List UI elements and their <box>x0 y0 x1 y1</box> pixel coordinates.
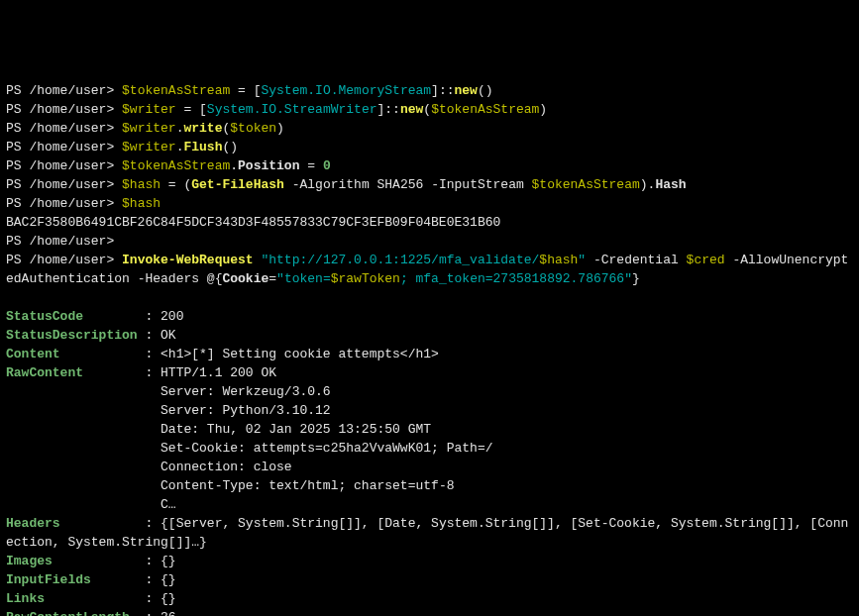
text: : <box>60 347 161 361</box>
method: new <box>455 83 478 98</box>
text: : <box>83 309 161 324</box>
output-value: {} <box>161 591 176 606</box>
variable: $writer <box>122 102 176 117</box>
text <box>6 384 161 399</box>
parameter: -Headers <box>130 271 199 286</box>
string: "http://127.0.0.1:1225/mfa_validate/ <box>261 253 539 267</box>
method: write <box>183 121 222 136</box>
text <box>6 441 161 456</box>
prompt: PS /home/user> <box>6 121 122 136</box>
variable: $tokenAsStream <box>524 177 640 192</box>
output-value: Content-Type: text/html; charset=utf-8 <box>161 478 454 493</box>
output-value: {} <box>161 572 176 587</box>
prompt: PS /home/user> <box>6 140 122 154</box>
variable: $tokenAsStream <box>122 83 230 98</box>
output-value: Server: Werkzeug/3.0.6 <box>161 384 331 399</box>
output-label: RawContent <box>6 365 83 380</box>
string: " <box>578 253 586 267</box>
variable: $tokenAsStream <box>431 102 539 117</box>
text: : <box>83 365 161 380</box>
cmdlet: Get-FileHash <box>191 177 284 192</box>
parameter: -Algorithm <box>284 177 370 192</box>
text: ) <box>539 102 547 117</box>
text: ( <box>423 102 431 117</box>
output-value: Date: Thu, 02 Jan 2025 13:25:50 GMT <box>161 422 431 437</box>
text: } <box>632 271 640 286</box>
text: ]:: <box>431 83 454 98</box>
text: () <box>478 83 493 98</box>
output-value: Connection: close <box>161 460 292 474</box>
output-value: OK <box>161 328 176 343</box>
prompt: PS /home/user> <box>6 253 122 267</box>
output-label: Links <box>6 591 45 606</box>
variable: $hash <box>122 196 161 211</box>
prompt: PS /home/user> <box>6 83 122 98</box>
variable: $writer <box>122 140 176 154</box>
key: Cookie <box>222 271 268 286</box>
text: SHA256 <box>370 177 424 192</box>
text: ) <box>276 121 284 136</box>
output-label: StatusDescription <box>6 328 138 343</box>
output-value: Server: Python/3.10.12 <box>161 403 331 418</box>
variable: $tokenAsStream <box>122 158 230 173</box>
cmdlet: Invoke-WebRequest <box>122 253 254 267</box>
variable: $writer <box>122 121 176 136</box>
prompt: PS /home/user> <box>6 102 122 117</box>
variable: $token <box>230 121 276 136</box>
method: new <box>400 102 423 117</box>
output-value: {} <box>161 554 176 568</box>
output-label: InputFields <box>6 572 91 587</box>
output-label: Headers <box>6 516 60 531</box>
text <box>6 478 161 493</box>
string: "token= <box>276 271 331 286</box>
output-value: 200 <box>161 309 183 324</box>
string: mfa_token=2735818892.786766" <box>408 271 632 286</box>
type: System.IO.StreamWriter <box>207 102 377 117</box>
text: : <box>138 328 161 343</box>
parameter: -InputStream <box>423 177 523 192</box>
text: = [ <box>176 102 207 117</box>
type: System.IO.MemoryStream <box>261 83 431 98</box>
text <box>6 497 161 512</box>
text: : <box>130 610 161 616</box>
hash-output: BAC2F3580B6491CBF26C84F5DCF343D3F4855783… <box>6 215 500 230</box>
output-label: Images <box>6 554 53 568</box>
variable: $rawToken <box>331 271 400 286</box>
prompt: PS /home/user> <box>6 196 122 211</box>
text: . <box>230 158 238 173</box>
text: = <box>299 158 322 173</box>
prompt: PS /home/user> <box>6 234 114 249</box>
output-label: StatusCode <box>6 309 83 324</box>
text: @{ <box>199 271 222 286</box>
parameter: -Credential <box>586 253 679 267</box>
text <box>6 403 161 418</box>
text: : <box>60 516 161 531</box>
property: Hash <box>655 177 686 192</box>
output-value: 36 <box>161 610 176 616</box>
text: = [ <box>230 83 261 98</box>
output-value: <h1>[*] Setting cookie attempts</h1> <box>161 347 439 361</box>
text: () <box>222 140 238 154</box>
string: ; <box>400 271 408 286</box>
output-label: Content <box>6 347 60 361</box>
variable: $hash <box>122 177 161 192</box>
property: Position <box>238 158 299 173</box>
prompt: PS /home/user> <box>6 158 122 173</box>
output-label: RawContentLength <box>6 610 130 616</box>
text: : <box>53 554 161 568</box>
terminal-output[interactable]: PS /home/user> $tokenAsStream = [System.… <box>6 81 853 616</box>
variable: $hash <box>539 253 578 267</box>
text: = <box>268 271 276 286</box>
text: ). <box>640 177 656 192</box>
method: Flush <box>183 140 222 154</box>
output-value: C… <box>161 497 176 512</box>
text <box>6 460 161 474</box>
variable: $cred <box>679 253 725 267</box>
prompt: PS /home/user> <box>6 177 122 192</box>
text: : <box>91 572 161 587</box>
text: ]:: <box>377 102 400 117</box>
output-value: Set-Cookie: attempts=c25ha2VvaWwK01; Pat… <box>161 441 492 456</box>
text <box>6 422 161 437</box>
number: 0 <box>323 158 331 173</box>
output-value: HTTP/1.1 200 OK <box>161 365 276 380</box>
